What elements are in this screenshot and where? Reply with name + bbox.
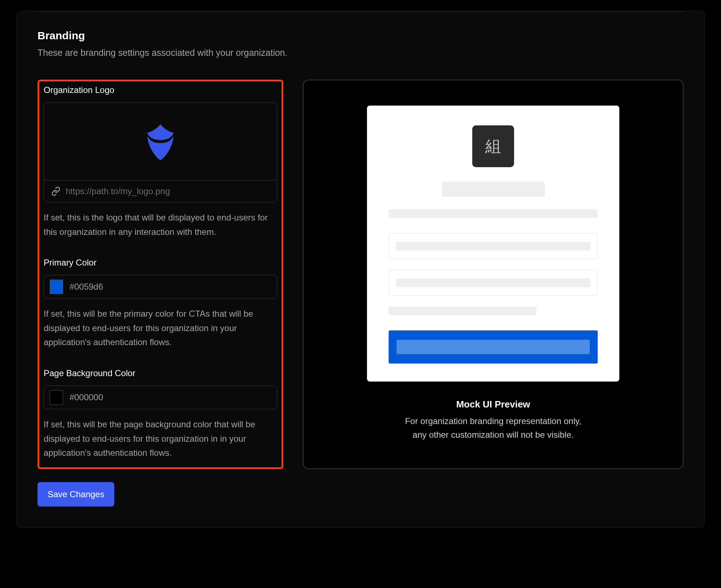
preview-skel-subtitle bbox=[389, 209, 598, 218]
preview-logo-glyph: 組 bbox=[485, 136, 501, 157]
preview-skel-input-1 bbox=[389, 233, 598, 259]
save-button[interactable]: Save Changes bbox=[37, 482, 114, 507]
preview-caption: Mock UI Preview For organization brandin… bbox=[405, 399, 581, 442]
logo-box bbox=[44, 102, 277, 202]
preview-panel: 組 Mock UI Preview bbox=[303, 80, 684, 469]
preview-skel-input-2-inner bbox=[396, 279, 590, 287]
preview-card: 組 bbox=[367, 106, 619, 382]
section-description: These are branding settings associated w… bbox=[37, 48, 684, 58]
preview-skel-title bbox=[442, 182, 545, 197]
bg-color-field-group: Page Background Color If set, this will … bbox=[44, 368, 277, 460]
preview-caption-line2: any other customization will not be visi… bbox=[405, 428, 581, 442]
bg-color-swatch[interactable] bbox=[50, 390, 63, 405]
primary-color-input[interactable] bbox=[70, 282, 271, 292]
bg-color-row bbox=[44, 386, 277, 409]
bg-color-input[interactable] bbox=[70, 392, 271, 402]
logo-preview bbox=[44, 103, 277, 181]
preview-caption-line1: For organization branding representation… bbox=[405, 414, 581, 428]
preview-skel-button-inner bbox=[397, 340, 590, 354]
shield-logo-icon bbox=[137, 120, 184, 163]
primary-color-row bbox=[44, 275, 277, 299]
link-icon bbox=[51, 187, 61, 196]
preview-skel-input-1-inner bbox=[396, 242, 590, 250]
divider bbox=[37, 11, 684, 12]
org-logo-label: Organization Logo bbox=[44, 85, 277, 95]
primary-color-field-group: Primary Color If set, this will be the p… bbox=[44, 258, 277, 349]
primary-color-help: If set, this will be the primary color f… bbox=[44, 307, 277, 349]
preview-logo-box: 組 bbox=[472, 125, 514, 167]
bg-color-label: Page Background Color bbox=[44, 368, 277, 378]
preview-skel-helper bbox=[389, 307, 536, 315]
primary-color-swatch[interactable] bbox=[50, 280, 63, 294]
logo-field-group: Organization Logo bbox=[44, 85, 277, 239]
primary-color-label: Primary Color bbox=[44, 258, 277, 268]
bg-color-help: If set, this will be the page background… bbox=[44, 417, 277, 460]
branding-card: Branding These are branding settings ass… bbox=[16, 11, 705, 528]
preview-skel-input-2 bbox=[389, 270, 598, 296]
branding-form-highlight: Organization Logo bbox=[37, 80, 283, 469]
logo-url-input[interactable] bbox=[66, 186, 270, 196]
logo-help-text: If set, this is the logo that will be di… bbox=[44, 210, 277, 239]
preview-caption-title: Mock UI Preview bbox=[405, 399, 581, 410]
section-title: Branding bbox=[37, 30, 684, 42]
logo-url-row bbox=[44, 181, 277, 202]
preview-skel-button bbox=[389, 330, 598, 364]
